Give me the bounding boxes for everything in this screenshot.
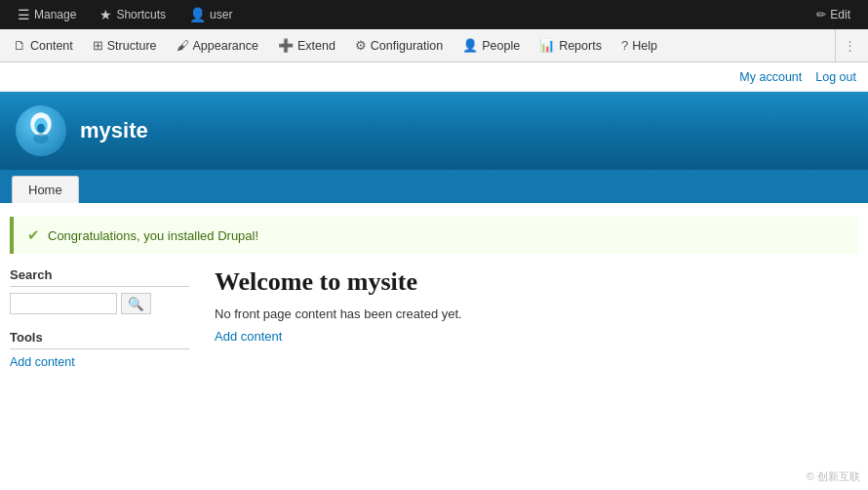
people-icon: 👤 <box>462 38 478 53</box>
search-button[interactable]: 🔍 <box>121 293 151 314</box>
shortcuts-menu[interactable]: ★ Shortcuts <box>90 0 176 29</box>
search-block-title: Search <box>10 267 189 287</box>
sidebar: Search 🔍 Tools Add content <box>10 267 205 385</box>
nav-extend-label: Extend <box>297 39 335 53</box>
page-heading: Welcome to mysite <box>215 267 858 297</box>
nav-configuration[interactable]: ⚙ Configuration <box>345 29 453 62</box>
tab-home[interactable]: Home <box>12 176 79 203</box>
drupal-logo-svg <box>21 111 60 150</box>
nav-people[interactable]: 👤 People <box>453 29 530 62</box>
site-name: mysite <box>80 118 148 143</box>
nav-reports-label: Reports <box>559 39 602 53</box>
shortcuts-label: Shortcuts <box>116 8 166 21</box>
site-header: mysite <box>0 92 868 170</box>
reports-icon: 📊 <box>539 38 555 53</box>
user-links: My account Log out <box>0 62 868 92</box>
structure-icon: ⊞ <box>93 38 103 53</box>
page-content: Welcome to mysite No front page content … <box>205 267 858 385</box>
nav-help-label: Help <box>632 39 657 53</box>
nav-reports[interactable]: 📊 Reports <box>530 29 612 62</box>
nav-expand-icon: ⋮ <box>844 38 856 53</box>
tools-block: Tools Add content <box>10 330 189 369</box>
search-block: Search 🔍 <box>10 267 189 314</box>
nav-structure-label: Structure <box>107 39 157 53</box>
svg-point-2 <box>37 124 45 133</box>
content-icon: 🗋 <box>14 38 26 53</box>
sidebar-add-content-link[interactable]: Add content <box>10 355 189 369</box>
hamburger-icon: ☰ <box>18 7 30 22</box>
manage-label: Manage <box>34 8 76 21</box>
main-content-area: Search 🔍 Tools Add content Welcome to my… <box>0 267 868 385</box>
star-icon: ★ <box>99 7 112 22</box>
add-content-link[interactable]: Add content <box>215 329 282 344</box>
edit-label: Edit <box>830 8 850 21</box>
configuration-icon: ⚙ <box>355 38 367 53</box>
secondary-nav: 🗋 Content ⊞ Structure 🖌 Appearance ➕ Ext… <box>0 29 868 62</box>
svg-point-3 <box>33 134 49 144</box>
manage-menu[interactable]: ☰ Manage <box>8 0 86 29</box>
watermark-text: © 创新互联 <box>807 470 860 482</box>
extend-icon: ➕ <box>278 38 294 53</box>
nav-divider: ⋮ <box>835 29 864 62</box>
my-account-link[interactable]: My account <box>739 70 802 84</box>
watermark: © 创新互联 <box>807 470 860 484</box>
nav-extend[interactable]: ➕ Extend <box>268 29 345 62</box>
admin-bar: ☰ Manage ★ Shortcuts 👤 user ✏ Edit <box>0 0 868 29</box>
search-icon: 🔍 <box>128 297 144 311</box>
success-message: ✔ Congratulations, you installed Drupal! <box>10 217 858 254</box>
user-icon: 👤 <box>189 7 206 22</box>
tools-block-title: Tools <box>10 330 189 349</box>
success-text: Congratulations, you installed Drupal! <box>48 228 258 243</box>
user-label: user <box>210 8 232 21</box>
search-input[interactable] <box>10 293 117 314</box>
appearance-icon: 🖌 <box>177 38 189 53</box>
nav-help[interactable]: ? Help <box>612 29 667 62</box>
nav-people-label: People <box>482 39 520 53</box>
search-box: 🔍 <box>10 293 189 314</box>
edit-button[interactable]: ✏ Edit <box>807 8 860 21</box>
page-body-text: No front page content has been created y… <box>215 306 858 321</box>
pencil-icon: ✏ <box>816 8 826 21</box>
nav-structure[interactable]: ⊞ Structure <box>83 29 167 62</box>
tab-bar: Home <box>0 170 868 203</box>
nav-content-label: Content <box>30 39 73 53</box>
log-out-link[interactable]: Log out <box>815 70 856 84</box>
tab-home-label: Home <box>28 183 62 197</box>
drupal-logo <box>16 105 66 156</box>
check-icon: ✔ <box>27 226 40 244</box>
nav-configuration-label: Configuration <box>371 39 443 53</box>
user-menu[interactable]: 👤 user <box>179 0 242 29</box>
nav-content[interactable]: 🗋 Content <box>4 29 83 62</box>
help-icon: ? <box>621 38 628 53</box>
nav-appearance-label: Appearance <box>193 39 258 53</box>
nav-appearance[interactable]: 🖌 Appearance <box>167 29 268 62</box>
